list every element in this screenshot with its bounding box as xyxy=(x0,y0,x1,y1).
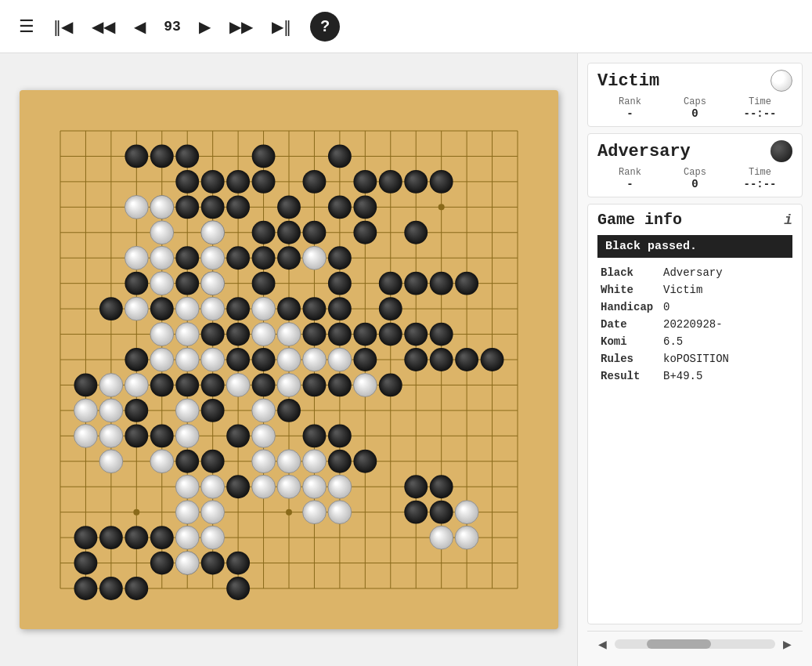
adversary-section: Adversary Rank - Caps 0 Time --:-- xyxy=(587,133,803,197)
info-value: koPOSITION xyxy=(660,350,792,367)
adversary-caps-label: Caps xyxy=(662,167,727,178)
victim-name: Victim xyxy=(597,71,659,91)
info-value: 0 xyxy=(660,299,792,316)
black-passed-banner: Black passed. xyxy=(597,235,792,258)
adversary-time-col: Time --:-- xyxy=(727,167,792,190)
victim-caps-value: 0 xyxy=(662,107,727,120)
info-label: Result xyxy=(597,367,660,385)
scroll-track[interactable] xyxy=(615,639,775,649)
info-value: B+49.5 xyxy=(660,367,792,385)
info-table-row: WhiteVictim xyxy=(597,281,792,299)
adversary-rank-value: - xyxy=(597,178,662,190)
victim-time-value: --:-- xyxy=(727,107,792,120)
victim-time-col: Time --:-- xyxy=(727,96,792,120)
adversary-time-value: --:-- xyxy=(727,178,792,190)
info-table-row: Handicap0 xyxy=(597,299,792,316)
scroll-thumb xyxy=(647,639,711,649)
info-value: 6.5 xyxy=(660,333,792,350)
adversary-stats: Rank - Caps 0 Time --:-- xyxy=(597,167,792,190)
adversary-name: Adversary xyxy=(597,142,691,161)
info-table-row: RuleskoPOSITION xyxy=(597,350,792,367)
game-info-table: BlackAdversaryWhiteVictimHandicap0Date20… xyxy=(597,264,792,385)
info-value: 20220928- xyxy=(660,316,792,333)
victim-caps-col: Caps 0 xyxy=(662,96,727,120)
victim-stats: Rank - Caps 0 Time --:-- xyxy=(597,96,792,120)
info-value: Adversary xyxy=(660,264,792,281)
fast-forward-button[interactable]: ▶▶ xyxy=(223,14,259,39)
victim-rank-label: Rank xyxy=(597,96,662,107)
forward-button[interactable]: ▶ xyxy=(193,14,217,39)
board-container xyxy=(0,53,577,666)
info-table-row: Date20220928- xyxy=(597,316,792,333)
scrollbar-area: ◀ ▶ xyxy=(587,631,803,657)
info-label: Rules xyxy=(597,350,660,367)
info-value: Victim xyxy=(660,281,792,299)
go-board[interactable] xyxy=(38,109,540,610)
info-icon: i xyxy=(784,212,792,228)
game-info-section: Game info i Black passed. BlackAdversary… xyxy=(587,204,803,624)
game-info-header: Game info i xyxy=(597,211,792,229)
victim-section: Victim Rank - Caps 0 Time --:-- xyxy=(587,63,803,127)
game-info-title: Game info xyxy=(597,211,682,229)
right-panel: Victim Rank - Caps 0 Time --:-- xyxy=(577,53,812,666)
victim-stone xyxy=(770,70,792,92)
last-button[interactable]: ▶‖ xyxy=(265,14,298,39)
info-table-row: ResultB+49.5 xyxy=(597,367,792,385)
info-label: White xyxy=(597,281,660,299)
toolbar: ☰ ‖◀ ◀◀ ◀ 93 ▶ ▶▶ ▶‖ ? xyxy=(0,0,812,53)
adversary-stone xyxy=(770,140,792,162)
adversary-caps-value: 0 xyxy=(662,178,727,190)
info-label: Komi xyxy=(597,333,660,350)
info-label: Black xyxy=(597,264,660,281)
info-table-row: BlackAdversary xyxy=(597,264,792,281)
main-area: Victim Rank - Caps 0 Time --:-- xyxy=(0,53,812,666)
victim-time-label: Time xyxy=(727,96,792,107)
victim-rank-value: - xyxy=(597,107,662,120)
move-count: 93 xyxy=(158,19,186,34)
adversary-caps-col: Caps 0 xyxy=(662,167,727,190)
scroll-right-button[interactable]: ▶ xyxy=(778,636,796,652)
info-label: Date xyxy=(597,316,660,333)
adversary-rank-col: Rank - xyxy=(597,167,662,190)
board-wrap xyxy=(20,90,558,629)
adversary-time-label: Time xyxy=(727,167,792,178)
rewind-button[interactable]: ◀◀ xyxy=(85,14,121,39)
first-button[interactable]: ‖◀ xyxy=(47,14,79,39)
scroll-left-button[interactable]: ◀ xyxy=(594,636,612,652)
victim-caps-label: Caps xyxy=(662,96,727,107)
victim-rank-col: Rank - xyxy=(597,96,662,120)
menu-button[interactable]: ☰ xyxy=(13,13,41,40)
adversary-rank-label: Rank xyxy=(597,167,662,178)
help-button[interactable]: ? xyxy=(310,12,340,42)
back-button[interactable]: ◀ xyxy=(128,14,152,39)
info-table-row: Komi6.5 xyxy=(597,333,792,350)
info-label: Handicap xyxy=(597,299,660,316)
